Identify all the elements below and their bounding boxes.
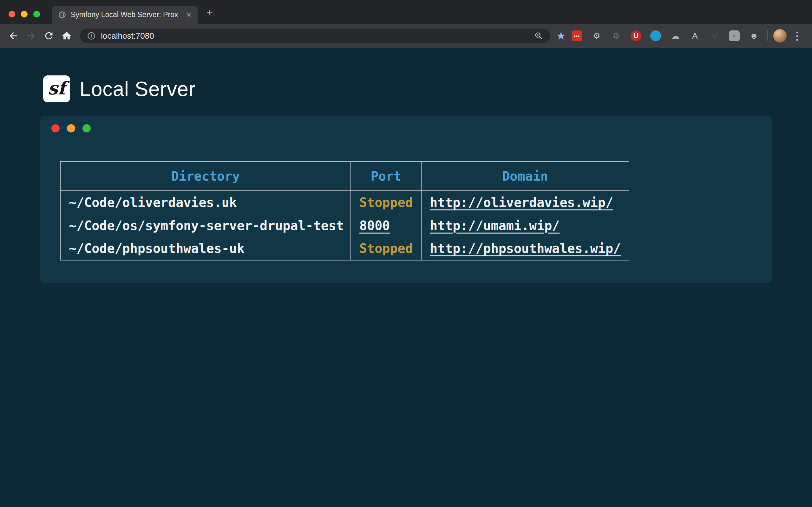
port-column-header: Port <box>351 161 421 191</box>
domain-column-header: Domain <box>421 161 629 191</box>
cloud-extension-icon[interactable]: ☁ <box>670 31 681 41</box>
toolbar-divider <box>767 31 768 41</box>
zoom-icon[interactable] <box>534 32 543 40</box>
directory-cell: ~/Code/os/symfony-server-drupal-test <box>60 214 351 237</box>
address-bar[interactable]: localhost:7080 <box>80 29 550 43</box>
reload-button[interactable] <box>40 27 58 45</box>
browser-toolbar: localhost:7080 ★ •••⚙⚙U☁AV≡☻ ⋮ <box>0 24 812 48</box>
port-cell: 8000 <box>351 214 421 237</box>
stopped-status: Stopped <box>359 195 413 210</box>
domain-cell: http://oliverdavies.wip/ <box>421 191 629 214</box>
letter-v-extension-icon[interactable]: V <box>709 31 720 41</box>
domain-link[interactable]: http://phpsouthwales.wip/ <box>430 241 621 256</box>
symfony-logo-glyph: sf <box>48 78 66 99</box>
directory-cell: ~/Code/phpsouthwales-uk <box>60 237 351 260</box>
ublock-extension-icon[interactable]: U <box>630 31 641 41</box>
home-button[interactable] <box>58 27 75 45</box>
domain-cell: http://umami.wip/ <box>421 214 629 237</box>
tab-close-icon[interactable]: × <box>186 10 191 19</box>
profile-avatar[interactable] <box>773 29 786 43</box>
domain-link[interactable]: http://oliverdavies.wip/ <box>430 195 613 210</box>
tab-strip: Symfony Local Web Server: Prox × + <box>0 0 812 24</box>
extensions-bar: •••⚙⚙U☁AV≡☻ <box>571 31 759 41</box>
table-row: ~/Code/os/symfony-server-drupal-test 800… <box>60 214 629 237</box>
port-cell: Stopped <box>351 191 421 214</box>
terminal-dots <box>51 124 91 132</box>
window-zoom-button[interactable] <box>33 11 40 17</box>
bookmark-star-icon[interactable]: ★ <box>556 31 566 41</box>
url-text[interactable]: localhost:7080 <box>101 31 154 41</box>
proxy-table: Directory Port Domain ~/Code/oliverdavie… <box>60 161 629 261</box>
window-minimize-button[interactable] <box>21 11 28 17</box>
directory-cell: ~/Code/oliverdavies.uk <box>60 191 351 214</box>
green-dot-icon <box>83 124 91 132</box>
tab-title: Symfony Local Web Server: Prox <box>71 10 184 19</box>
back-button[interactable] <box>4 27 22 45</box>
directory-column-header: Directory <box>60 161 351 191</box>
red-menu-extension-icon[interactable]: ••• <box>571 31 582 41</box>
stopped-status: Stopped <box>359 241 413 256</box>
notes-extension-icon[interactable]: ≡ <box>729 31 740 41</box>
page-title: Local Server <box>80 77 195 101</box>
gear-extension-icon[interactable]: ⚙ <box>591 31 602 41</box>
brand-header: sf Local Server <box>43 75 195 102</box>
letter-a-extension-icon[interactable]: A <box>690 31 700 41</box>
octocat-extension-icon[interactable]: ☻ <box>749 31 759 41</box>
browser-window: Symfony Local Web Server: Prox × + local… <box>0 0 812 48</box>
port-cell: Stopped <box>351 237 421 260</box>
browser-tab[interactable]: Symfony Local Web Server: Prox × <box>52 6 198 24</box>
globe-favicon-icon <box>58 11 66 19</box>
chrome-menu-icon[interactable]: ⋮ <box>792 31 803 41</box>
window-close-button[interactable] <box>9 11 15 17</box>
symfony-logo-icon: sf <box>43 75 70 102</box>
forward-button[interactable] <box>22 27 40 45</box>
new-tab-button[interactable]: + <box>203 5 217 19</box>
site-info-icon[interactable] <box>87 32 96 40</box>
red-dot-icon <box>51 124 60 132</box>
orange-dot-icon <box>67 124 75 132</box>
table-header-row: Directory Port Domain <box>60 161 629 191</box>
domain-cell: http://phpsouthwales.wip/ <box>421 237 629 260</box>
port-link[interactable]: 8000 <box>359 218 390 233</box>
table-row: ~/Code/phpsouthwales-uk Stopped http://p… <box>60 237 629 260</box>
cog-dark-extension-icon[interactable]: ⚙ <box>611 31 622 41</box>
blue-disc-extension-icon[interactable] <box>650 31 661 41</box>
server-card: Directory Port Domain ~/Code/oliverdavie… <box>40 116 772 283</box>
page-content: sf Local Server Directory Port Domain <box>0 48 812 507</box>
table-row: ~/Code/oliverdavies.uk Stopped http://ol… <box>60 191 629 214</box>
domain-link[interactable]: http://umami.wip/ <box>430 218 560 233</box>
window-controls <box>9 11 40 17</box>
